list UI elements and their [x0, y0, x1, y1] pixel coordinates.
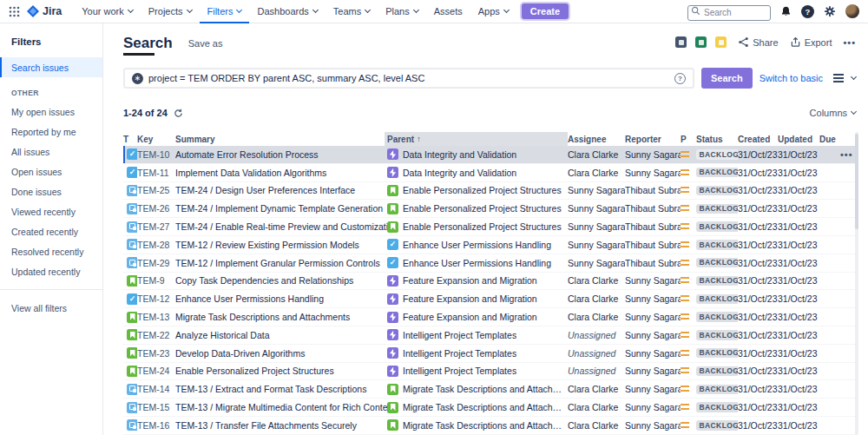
- sidebar-item-done-issues[interactable]: Done issues: [0, 181, 102, 201]
- sidebar-item-reported-by-me[interactable]: Reported by me: [0, 122, 102, 142]
- table-row[interactable]: TEM-15TEM-13 / Migrate Multimedia Conten…: [123, 399, 856, 417]
- table-row[interactable]: TEM-13Migrate Task Descriptions and Atta…: [123, 308, 856, 326]
- issue-summary-link[interactable]: Copy Task Dependencies and Relationships: [175, 275, 387, 286]
- issue-summary-link[interactable]: Migrate Task Descriptions and Attachment…: [175, 312, 387, 322]
- search-button[interactable]: Search: [701, 68, 753, 89]
- export-button[interactable]: Export: [790, 36, 832, 48]
- issue-key-link[interactable]: TEM-12: [137, 293, 175, 304]
- global-search[interactable]: [687, 3, 771, 19]
- column-header-created[interactable]: Created: [738, 132, 778, 146]
- sidebar-item-all-issues[interactable]: All issues: [0, 142, 102, 161]
- table-row[interactable]: TEM-16TEM-13 / Transfer File Attachments…: [123, 417, 856, 435]
- column-header-key[interactable]: Key: [137, 132, 175, 146]
- sidebar-item-resolved-recently[interactable]: Resolved recently: [0, 241, 102, 261]
- column-header-t[interactable]: T: [123, 132, 137, 146]
- scrollbar-thumb[interactable]: [855, 134, 858, 229]
- notifications-bell-icon[interactable]: [780, 5, 792, 17]
- switch-to-basic-link[interactable]: Switch to basic: [760, 73, 823, 83]
- column-header-p[interactable]: P: [681, 132, 696, 146]
- column-header-reporter[interactable]: Reporter: [625, 132, 681, 146]
- nav-item-filters[interactable]: Filters: [200, 0, 250, 23]
- table-row[interactable]: TEM-9Copy Task Dependencies and Relation…: [123, 273, 856, 291]
- addon-icon-3[interactable]: [715, 36, 727, 48]
- row-actions-button[interactable]: •••: [840, 149, 853, 160]
- issue-summary-link[interactable]: TEM-12 / Review Existing Permission Mode…: [175, 240, 387, 250]
- issue-summary-link[interactable]: Develop Data-Driven Algorithms: [175, 348, 387, 359]
- addon-icon-2[interactable]: [695, 36, 707, 48]
- nav-item-plans[interactable]: Plans: [378, 0, 426, 23]
- sidebar-item-search-issues[interactable]: Search issues: [0, 57, 102, 77]
- issue-key-link[interactable]: TEM-14: [137, 384, 175, 394]
- sidebar-item-view-all-filters[interactable]: View all filters: [0, 298, 102, 318]
- issue-key-link[interactable]: TEM-25: [137, 185, 175, 195]
- issue-key-link[interactable]: TEM-24: [137, 366, 175, 376]
- column-header-parent[interactable]: Parent↑: [385, 132, 568, 146]
- jql-help-icon[interactable]: ?: [674, 73, 686, 84]
- share-button[interactable]: Share: [738, 36, 778, 48]
- table-row[interactable]: TEM-23Develop Data-Driven AlgorithmsInte…: [123, 345, 856, 363]
- sidebar-item-open-issues[interactable]: Open issues: [0, 161, 102, 181]
- parent-link[interactable]: Migrate Task Descriptions and Attachment…: [387, 384, 568, 395]
- user-avatar[interactable]: [845, 4, 859, 18]
- parent-link[interactable]: Data Integrity and Validation: [387, 148, 568, 160]
- issue-key-link[interactable]: TEM-13: [137, 312, 175, 322]
- parent-link[interactable]: Data Integrity and Validation: [387, 167, 568, 178]
- issue-summary-link[interactable]: TEM-13 / Migrate Multimedia Content for …: [175, 402, 387, 412]
- issue-summary-link[interactable]: Automate Error Resolution Process: [175, 149, 387, 160]
- parent-link[interactable]: Intelligent Project Templates: [387, 347, 568, 359]
- settings-gear-icon[interactable]: [824, 5, 836, 17]
- table-row[interactable]: TEM-14TEM-13 / Extract and Format Task D…: [123, 380, 856, 399]
- column-header-updated[interactable]: Updated: [778, 132, 819, 146]
- table-row[interactable]: TEM-12Enhance User Permissions HandlingF…: [123, 290, 856, 308]
- issue-key-link[interactable]: TEM-26: [137, 203, 175, 214]
- refresh-button[interactable]: [174, 109, 183, 118]
- issue-summary-link[interactable]: Enable Personalized Project Structures: [175, 366, 387, 376]
- issue-key-link[interactable]: TEM-28: [137, 240, 175, 250]
- issue-summary-link[interactable]: TEM-24 / Implement Dynamic Template Gene…: [175, 203, 387, 214]
- parent-link[interactable]: Enhance User Permissions Handling: [387, 257, 568, 268]
- more-actions-button[interactable]: •••: [843, 37, 856, 48]
- nav-item-teams[interactable]: Teams: [326, 0, 378, 23]
- issue-key-link[interactable]: TEM-16: [137, 420, 175, 431]
- parent-link[interactable]: Enhance User Permissions Handling: [387, 239, 568, 250]
- issue-key-link[interactable]: TEM-15: [137, 402, 175, 412]
- table-row[interactable]: TEM-28TEM-12 / Review Existing Permissio…: [123, 236, 856, 254]
- issue-summary-link[interactable]: Implement Data Validation Algorithms: [175, 168, 387, 178]
- nav-item-projects[interactable]: Projects: [141, 0, 200, 23]
- issue-summary-link[interactable]: Analyze Historical Data: [175, 330, 387, 340]
- nav-item-apps[interactable]: Apps: [470, 0, 516, 23]
- parent-link[interactable]: Enable Personalized Project Structures: [387, 185, 568, 196]
- table-row[interactable]: TEM-22Analyze Historical DataIntelligent…: [123, 326, 856, 345]
- parent-link[interactable]: Feature Expansion and Migration: [387, 293, 568, 305]
- create-button[interactable]: Create: [522, 3, 569, 19]
- issue-summary-link[interactable]: TEM-24 / Enable Real-time Preview and Cu…: [175, 221, 387, 232]
- column-header-summary[interactable]: Summary: [175, 132, 387, 146]
- help-icon[interactable]: ?: [801, 5, 814, 18]
- parent-link[interactable]: Enable Personalized Project Structures: [387, 221, 568, 233]
- table-row[interactable]: TEM-27TEM-24 / Enable Real-time Preview …: [123, 218, 856, 236]
- issue-key-link[interactable]: TEM-9: [137, 275, 175, 286]
- issue-key-link[interactable]: TEM-23: [137, 348, 175, 359]
- table-row[interactable]: TEM-26TEM-24 / Implement Dynamic Templat…: [123, 200, 856, 218]
- parent-link[interactable]: Intelligent Project Templates: [387, 329, 568, 340]
- save-as-button[interactable]: Save as: [188, 38, 223, 49]
- parent-link[interactable]: Intelligent Project Templates: [387, 366, 568, 377]
- column-header-due[interactable]: Due: [819, 132, 840, 146]
- parent-link[interactable]: Enable Personalized Project Structures: [387, 203, 568, 214]
- table-row[interactable]: TEM-11Implement Data Validation Algorith…: [123, 164, 856, 182]
- issue-key-link[interactable]: TEM-22: [137, 330, 175, 340]
- jql-input[interactable]: ∗ project = TEM ORDER BY parent ASC, sum…: [123, 68, 694, 89]
- parent-link[interactable]: Migrate Task Descriptions and Attachment…: [387, 402, 568, 413]
- issue-summary-link[interactable]: TEM-13 / Extract and Format Task Descrip…: [175, 384, 387, 394]
- vertical-scrollbar[interactable]: [855, 132, 858, 435]
- issue-summary-link[interactable]: TEM-13 / Transfer File Attachments Secur…: [175, 420, 387, 431]
- parent-link[interactable]: Feature Expansion and Migration: [387, 312, 568, 323]
- issue-summary-link[interactable]: Enhance User Permissions Handling: [175, 293, 387, 304]
- issue-key-link[interactable]: TEM-11: [137, 168, 175, 178]
- table-row[interactable]: TEM-10Automate Error Resolution ProcessD…: [123, 146, 856, 164]
- columns-button[interactable]: Columns: [810, 108, 856, 118]
- app-switcher-icon[interactable]: [9, 6, 20, 17]
- nav-item-dashboards[interactable]: Dashboards: [249, 0, 325, 23]
- issue-key-link[interactable]: TEM-29: [137, 258, 175, 268]
- nav-item-assets[interactable]: Assets: [426, 0, 470, 23]
